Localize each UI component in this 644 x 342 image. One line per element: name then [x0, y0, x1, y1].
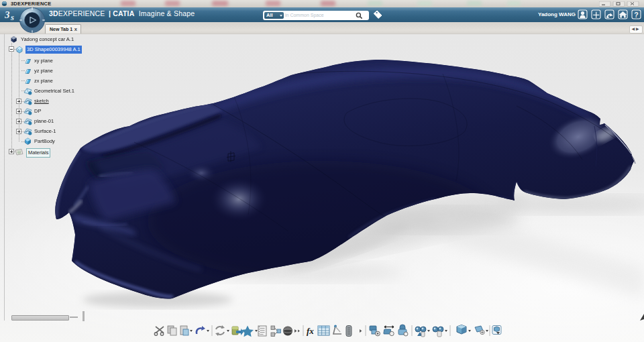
- svg-text:?: ?: [634, 11, 638, 19]
- svg-text:fx: fx: [307, 326, 314, 336]
- svg-text:3: 3: [5, 9, 10, 20]
- svg-text:s: s: [10, 12, 14, 21]
